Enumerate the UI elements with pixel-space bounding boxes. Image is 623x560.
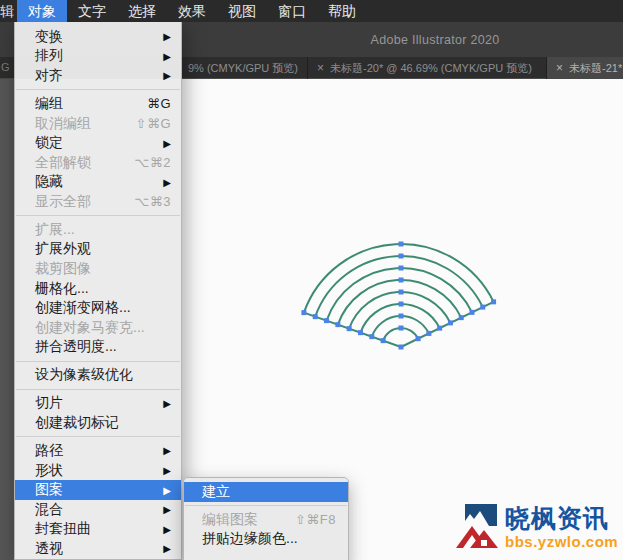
object-menu-item-全部解锁[interactable]: 全部解锁⌥⌘2 (15, 153, 181, 173)
menubar-item-效果[interactable]: 效果 (167, 0, 217, 22)
menu-item-label: 封套扭曲 (35, 520, 155, 538)
object-menu-item-扩展[interactable]: 扩展... (15, 220, 181, 240)
menu-item-label: 对齐 (35, 67, 155, 85)
menu-item-label: 切片 (35, 394, 155, 412)
menu-item-label: 锁定 (35, 134, 155, 152)
submenu-arrow-icon: ▶ (163, 465, 171, 476)
object-menu-item-变换[interactable]: 变换▶ (15, 27, 181, 47)
anchor-point[interactable] (491, 299, 496, 304)
anchor-point[interactable] (399, 345, 404, 350)
menu-item-label: 取消编组 (35, 115, 135, 133)
object-menu-item-设为像素级优化[interactable]: 设为像素级优化 (15, 366, 181, 386)
pattern-submenu-item-建立[interactable]: 建立 (184, 482, 348, 502)
menu-item-label: 裁剪图像 (35, 260, 171, 278)
menu-item-label: 隐藏 (35, 173, 155, 191)
pattern-submenu-item-编辑图案[interactable]: 编辑图案⇧⌘F8 (184, 510, 348, 530)
submenu-arrow-icon: ▶ (163, 504, 171, 515)
tab-close-icon[interactable]: × (556, 62, 563, 74)
anchor-point[interactable] (399, 314, 404, 319)
anchor-point[interactable] (480, 305, 485, 310)
object-menu-item-扩展外观[interactable]: 扩展外观 (15, 240, 181, 260)
object-menu-item-编组[interactable]: 编组⌘G (15, 94, 181, 114)
menu-item-label: 创建渐变网格... (35, 299, 171, 317)
menubar-item-选择[interactable]: 选择 (117, 0, 167, 22)
document-tab[interactable]: ×未标题-21* (547, 57, 623, 79)
tab-label: 未标题-20* @ 46.69% (CMYK/GPU 预览) (330, 61, 532, 76)
document-tab[interactable]: ×未标题-20* @ 46.69% (CMYK/GPU 预览) (308, 57, 547, 79)
anchor-point[interactable] (324, 318, 329, 323)
pattern-submenu-item-拼贴边缘颜色[interactable]: 拼贴边缘颜色... (184, 530, 348, 550)
object-menu-item-创建渐变网格[interactable]: 创建渐变网格... (15, 298, 181, 318)
menubar-item-视图[interactable]: 视图 (217, 0, 267, 22)
anchor-point[interactable] (426, 331, 431, 336)
anchor-point[interactable] (313, 314, 318, 319)
menubar-item-窗口[interactable]: 窗口 (267, 0, 317, 22)
pattern-submenu-separator (185, 505, 347, 506)
menu-item-label: 透视 (35, 540, 155, 558)
menubar: 辑对象文字选择效果视图窗口帮助 (0, 0, 623, 22)
menubar-item-帮助[interactable]: 帮助 (317, 0, 367, 22)
object-menu-separator (16, 436, 180, 437)
shortcut-label: ⌥⌘3 (134, 194, 171, 209)
object-menu-item-封套扭曲[interactable]: 封套扭曲▶ (15, 520, 181, 540)
menubar-item-文字[interactable]: 文字 (67, 0, 117, 22)
tab-label: 9% (CMYK/GPU 预览) (188, 61, 298, 76)
anchor-point[interactable] (358, 330, 363, 335)
object-menu-item-创建对象马赛克[interactable]: 创建对象马赛克... (15, 318, 181, 338)
menubar-item-辑[interactable]: 辑 (0, 0, 17, 22)
object-menu-item-对齐[interactable]: 对齐▶ (15, 66, 181, 86)
watermark-url: bbs.yzwlo.com (505, 534, 618, 549)
object-menu-item-取消编组[interactable]: 取消编组⇧⌘G (15, 114, 181, 134)
anchor-point[interactable] (347, 326, 352, 331)
object-menu-item-锁定[interactable]: 锁定▶ (15, 133, 181, 153)
menu-item-label: 创建对象马赛克... (35, 319, 171, 337)
submenu-arrow-icon: ▶ (163, 138, 171, 149)
anchor-point[interactable] (459, 315, 464, 320)
anchor-point[interactable] (335, 322, 340, 327)
anchor-point[interactable] (399, 266, 404, 271)
menu-item-label: 图案 (35, 481, 155, 499)
object-menu-item-创建裁切标记[interactable]: 创建裁切标记 (15, 413, 181, 433)
shortcut-label: ⇧⌘F8 (295, 512, 336, 527)
object-menu-item-透视[interactable]: 透视▶ (15, 539, 181, 559)
object-menu-item-图案[interactable]: 图案▶ (15, 480, 181, 500)
object-menu-item-显示全部[interactable]: 显示全部⌥⌘3 (15, 192, 181, 212)
anchor-point[interactable] (399, 326, 404, 331)
object-menu-separator (16, 389, 180, 390)
anchor-point[interactable] (399, 278, 404, 283)
anchor-point[interactable] (399, 302, 404, 307)
object-menu-item-排列[interactable]: 排列▶ (15, 47, 181, 67)
object-menu-item-切片[interactable]: 切片▶ (15, 394, 181, 414)
object-menu-separator (16, 215, 180, 216)
anchor-point[interactable] (399, 254, 404, 259)
submenu-arrow-icon: ▶ (163, 445, 171, 456)
submenu-arrow-icon: ▶ (163, 31, 171, 42)
anchor-point[interactable] (416, 336, 421, 341)
anchor-point[interactable] (369, 334, 374, 339)
anchor-point[interactable] (448, 320, 453, 325)
anchor-point[interactable] (301, 310, 306, 315)
object-menu-item-裁剪图像[interactable]: 裁剪图像 (15, 259, 181, 279)
anchor-point[interactable] (470, 310, 475, 315)
object-menu-item-混合[interactable]: 混合▶ (15, 500, 181, 520)
watermark-title: 晓枫资讯 (505, 506, 618, 531)
pattern-submenu: 建立编辑图案⇧⌘F8拼贴边缘颜色... (183, 477, 349, 560)
tab-close-icon[interactable]: × (317, 62, 324, 74)
anchor-point[interactable] (381, 338, 386, 343)
object-menu-separator (16, 89, 180, 90)
object-menu-item-路径[interactable]: 路径▶ (15, 441, 181, 461)
object-menu-item-形状[interactable]: 形状▶ (15, 461, 181, 481)
object-menu-item-隐藏[interactable]: 隐藏▶ (15, 173, 181, 193)
anchor-point[interactable] (437, 326, 442, 331)
object-menu-item-拼合透明度[interactable]: 拼合透明度... (15, 338, 181, 358)
object-menu-item-栅格化[interactable]: 栅格化... (15, 279, 181, 299)
menu-item-label: 全部解锁 (35, 154, 134, 172)
shortcut-label: ⌥⌘2 (134, 155, 171, 170)
menu-item-label: 创建裁切标记 (35, 414, 171, 432)
anchor-point[interactable] (399, 242, 404, 247)
anchor-point[interactable] (399, 290, 404, 295)
menu-item-label: 显示全部 (35, 193, 134, 211)
object-menu-separator (16, 361, 180, 362)
menubar-item-对象[interactable]: 对象 (17, 0, 67, 22)
menu-item-label: 排列 (35, 47, 155, 65)
